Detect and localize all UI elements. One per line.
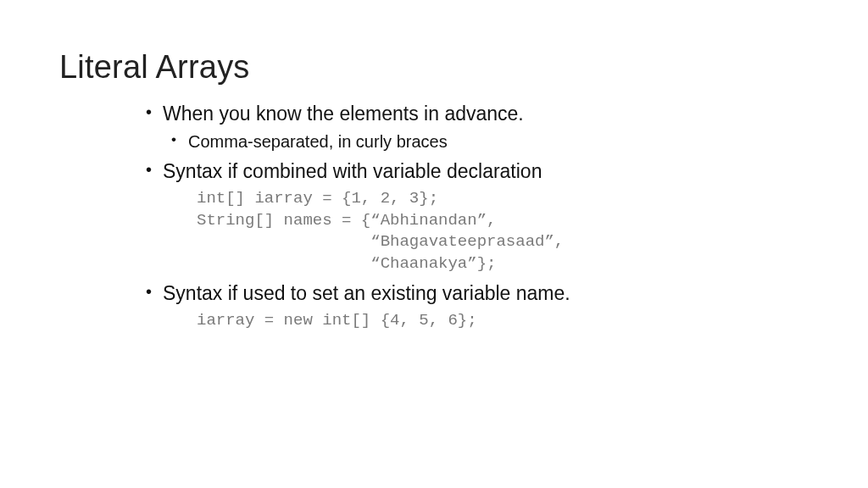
bullet-level1: Syntax if combined with variable declara… [144,158,809,185]
bullet-level1: When you know the elements in advance. [144,101,809,127]
bullet-level2: Comma-separated, in curly braces [170,130,809,153]
slide-title: Literal Arrays [59,49,809,86]
code-block: int[] iarray = {1, 2, 3}; String[] names… [197,188,809,275]
slide-content: When you know the elements in advance. C… [59,101,809,331]
code-block: iarray = new int[] {4, 5, 6}; [197,310,809,332]
bullet-level1: Syntax if used to set an existing variab… [144,280,809,307]
